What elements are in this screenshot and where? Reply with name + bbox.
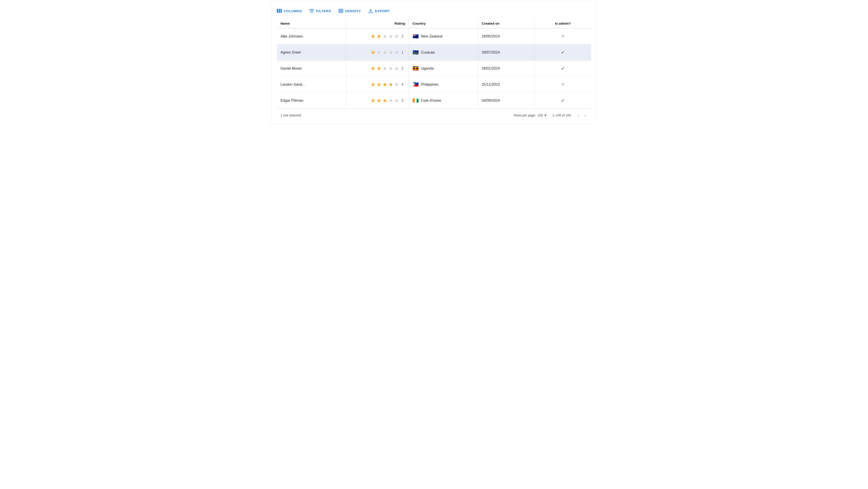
rows-per-page-label: Rows per page: [514,114,536,117]
data-table: Name Rating Country Created on Is admin? [277,19,591,109]
table-wrapper: Name Rating Country Created on Is admin? [277,19,591,109]
cell-created-on: 29/07/2024 [478,44,535,61]
star-empty-icon: ★ [394,50,399,55]
cell-name: Allie Johnston [277,28,346,44]
col-header-created[interactable]: Created on [478,19,535,28]
rating-number: 2 [401,34,405,38]
col-header-name[interactable]: Name [277,19,346,28]
cell-country: 🇳🇿New Zealand [409,28,478,44]
filters-label: FILTERS [316,9,331,13]
cross-icon: ✕ [561,82,565,87]
star-empty-icon: ★ [382,50,388,55]
cell-rating: ★★★★★2 [346,61,409,77]
cell-rating: ★★★★★1 [346,44,409,61]
table-row[interactable]: Landon Sand...★★★★★4🇵🇭Philippines25/11/2… [277,77,591,93]
cell-country: 🇨🇼Curacao [409,44,478,61]
star-filled-icon: ★ [388,82,393,87]
country-name: Cote d'Ivoire [421,98,441,103]
cell-rating: ★★★★★3 [346,93,409,109]
svg-rect-1 [279,9,280,13]
cell-is-admin: ✓ [535,44,591,61]
export-button[interactable]: EXPORT [368,7,390,14]
country-flag-icon: 🇨🇼 [412,50,418,55]
star-empty-icon: ★ [388,66,393,71]
export-label: EXPORT [375,9,390,13]
country-name: Uganda [421,66,434,70]
country-flag-icon: 🇺🇬 [412,66,418,71]
cell-created-on: 29/05/2024 [478,28,535,44]
rating-number: 2 [401,66,405,70]
star-filled-icon: ★ [382,82,388,87]
country-name: New Zealand [421,34,442,38]
star-filled-icon: ★ [371,98,376,103]
cell-created-on: 26/01/2024 [478,61,535,77]
pagination-range: 1–100 of 100 [553,114,571,117]
star-empty-icon: ★ [382,34,388,39]
cell-country: 🇺🇬Uganda [409,61,478,77]
star-filled-icon: ★ [382,98,388,103]
cell-name: Landon Sand... [277,77,346,93]
checkmark-icon: ✓ [561,98,565,103]
checkmark-icon: ✓ [561,66,565,71]
table-row[interactable]: Allie Johnston★★★★★2🇳🇿New Zealand29/05/2… [277,28,591,44]
density-icon [338,9,343,13]
cross-icon: ✕ [561,33,565,39]
rows-per-page-select[interactable]: 100 ▼ [538,114,547,117]
rating-number: 4 [401,83,405,87]
cell-country: 🇨🇮Cote d'Ivoire [409,93,478,109]
country-name: Philippines [421,83,438,87]
star-empty-icon: ★ [377,50,381,55]
star-filled-icon: ★ [371,34,376,39]
rows-per-page-value: 100 [538,114,543,117]
star-filled-icon: ★ [377,82,381,87]
density-button[interactable]: DENSITY [338,8,361,14]
star-filled-icon: ★ [377,66,381,71]
star-filled-icon: ★ [377,98,381,103]
export-icon [368,8,373,13]
rows-per-page-control: Rows per page: 100 ▼ [514,114,547,117]
star-filled-icon: ★ [371,82,376,87]
cell-is-admin: ✓ [535,61,591,77]
star-empty-icon: ★ [394,34,399,39]
cell-rating: ★★★★★2 [346,28,409,44]
star-empty-icon: ★ [382,66,388,71]
cell-is-admin: ✕ [535,77,591,93]
table-row[interactable]: Agnes Greer★★★★★1🇨🇼Curacao29/07/2024✓ [277,44,591,61]
star-empty-icon: ★ [394,66,399,71]
next-page-button[interactable]: › [583,112,587,118]
columns-icon [277,9,282,13]
table-footer: 1 row selected Rows per page: 100 ▼ 1–10… [277,109,591,120]
col-header-admin[interactable]: Is admin? [535,19,591,28]
cell-name: Daniel Moran [277,61,346,77]
cell-is-admin: ✓ [535,93,591,109]
footer-right: Rows per page: 100 ▼ 1–100 of 100 ‹ › [514,112,587,118]
cell-rating: ★★★★★4 [346,77,409,93]
svg-rect-2 [281,9,282,13]
table-header-row: Name Rating Country Created on Is admin? [277,19,591,28]
rating-number: 3 [401,98,405,103]
star-empty-icon: ★ [388,34,393,39]
columns-button[interactable]: COLUMNS [277,8,302,14]
filters-icon [309,9,314,13]
star-empty-icon: ★ [388,50,393,55]
filters-button[interactable]: FILTERS [309,8,331,14]
toolbar: COLUMNS FILTERS DENSITY [277,5,591,19]
col-header-country[interactable]: Country [409,19,478,28]
cell-created-on: 04/09/2024 [478,93,535,109]
cell-name: Agnes Greer [277,44,346,61]
country-flag-icon: 🇳🇿 [412,34,418,39]
col-header-rating[interactable]: Rating [346,19,409,28]
star-empty-icon: ★ [388,98,393,103]
svg-rect-0 [277,9,278,13]
prev-page-button[interactable]: ‹ [577,112,581,118]
checkmark-icon: ✓ [561,50,565,55]
cell-country: 🇵🇭Philippines [409,77,478,93]
cell-is-admin: ✕ [535,28,591,44]
star-filled-icon: ★ [371,50,376,55]
cell-created-on: 25/11/2023 [478,77,535,93]
country-flag-icon: 🇨🇮 [412,98,418,103]
table-row[interactable]: Daniel Moran★★★★★2🇺🇬Uganda26/01/2024✓ [277,61,591,77]
star-empty-icon: ★ [394,82,399,87]
selected-rows-text: 1 row selected [281,114,301,117]
table-row[interactable]: Edgar Pittman★★★★★3🇨🇮Cote d'Ivoire04/09/… [277,93,591,109]
